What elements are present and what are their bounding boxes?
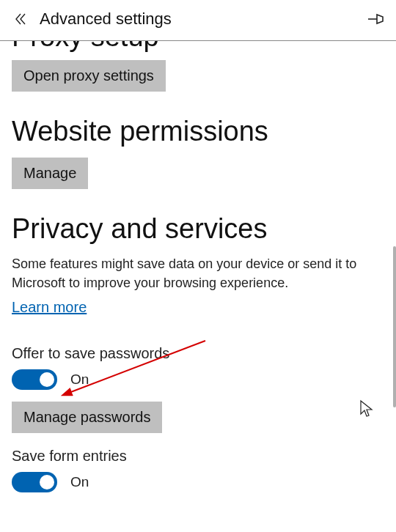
scrollbar-track[interactable] (392, 41, 396, 532)
learn-more-link[interactable]: Learn more (12, 299, 87, 316)
website-permissions-heading: Website permissions (12, 117, 384, 147)
toggle-knob (40, 372, 54, 387)
toggle-knob (40, 475, 54, 489)
pin-button[interactable] (365, 12, 386, 26)
save-form-toggle[interactable] (12, 472, 57, 492)
save-passwords-state: On (70, 372, 89, 388)
proxy-heading: Proxy setup (12, 41, 384, 53)
back-button[interactable] (10, 12, 31, 26)
settings-header: Advanced settings (0, 0, 396, 41)
settings-content: Proxy setup Open proxy settings Website … (0, 41, 396, 532)
privacy-description: Some features might save data on your de… (12, 254, 384, 292)
save-form-label: Save form entries (12, 448, 384, 465)
save-form-toggle-row: On (12, 472, 384, 492)
save-form-state: On (70, 474, 89, 490)
save-passwords-label: Offer to save passwords (12, 345, 384, 362)
save-passwords-toggle-row: On (12, 369, 384, 390)
scrollbar-thumb[interactable] (393, 246, 396, 407)
manage-permissions-button[interactable]: Manage (12, 158, 88, 189)
save-passwords-toggle[interactable] (12, 369, 57, 390)
open-proxy-settings-button[interactable]: Open proxy settings (12, 60, 166, 92)
header-title: Advanced settings (40, 10, 172, 29)
chevron-left-double-icon (13, 12, 28, 26)
privacy-heading: Privacy and services (12, 214, 384, 245)
manage-passwords-button[interactable]: Manage passwords (12, 402, 162, 433)
pin-icon (367, 12, 384, 26)
